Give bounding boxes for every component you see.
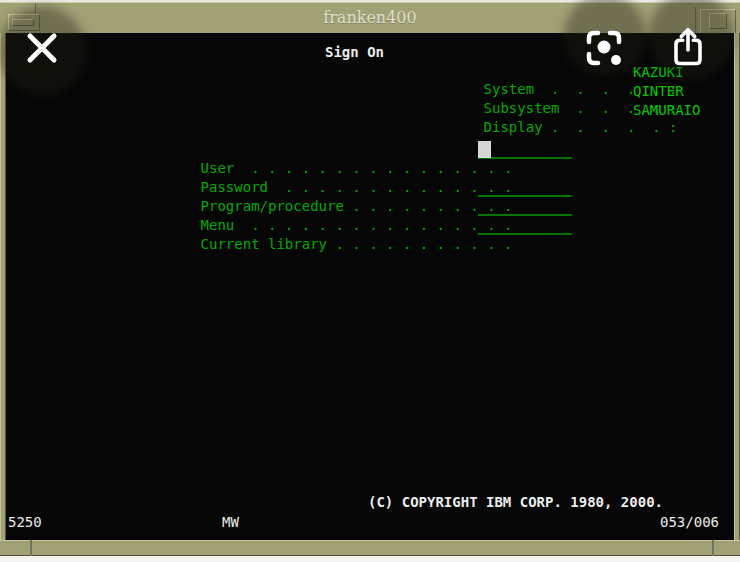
menu-row: Menu . . . . . . . . . . . . . . . . xyxy=(150,200,512,217)
statusbar-cursor-position: 053/006 xyxy=(660,514,719,531)
screenshot-root: franken400 Sign On System . . . . . : KA… xyxy=(0,0,740,562)
program-input-field[interactable] xyxy=(478,181,574,198)
password-input-field[interactable] xyxy=(478,162,574,179)
share-icon[interactable] xyxy=(670,26,706,72)
lens-search-icon[interactable] xyxy=(585,29,623,71)
window-border-right[interactable] xyxy=(734,33,740,540)
current-library-input-field[interactable] xyxy=(478,219,574,236)
display-dots: . . . . . : xyxy=(543,119,678,135)
display-label: Display xyxy=(484,119,543,135)
user-input-field[interactable] xyxy=(478,143,574,160)
current-library-label: Current library xyxy=(201,236,327,252)
window-border-bottom[interactable] xyxy=(0,540,740,556)
resize-notch-left xyxy=(30,540,32,556)
password-row: Password . . . . . . . . . . . . . . xyxy=(150,162,512,179)
subsystem-row: Subsystem . . . . : QINTER xyxy=(433,83,733,100)
statusbar-message-wait: MW xyxy=(222,514,239,531)
display-row: Display . . . . . : SAMURAIO xyxy=(433,102,733,119)
resize-notch-right xyxy=(712,540,714,556)
terminal-screen[interactable]: Sign On System . . . . . : KAZUKI Subsys… xyxy=(6,33,734,540)
program-row: Program/procedure . . . . . . . . . . xyxy=(150,181,512,198)
close-icon[interactable] xyxy=(23,29,61,71)
subsystem-value: QINTER xyxy=(633,83,684,100)
user-row: User . . . . . . . . . . . . . . . . xyxy=(150,143,512,160)
current-library-row: Current library . . . . . . . . . . . xyxy=(150,219,512,236)
menu-input-field[interactable] xyxy=(478,200,574,217)
statusbar-emulation-type: 5250 xyxy=(8,514,42,531)
copyright-text: (C) COPYRIGHT IBM CORP. 1980, 2000. xyxy=(368,494,663,511)
background-strip xyxy=(0,556,740,562)
display-value: SAMURAIO xyxy=(633,102,700,119)
text-cursor xyxy=(478,141,491,158)
screen-title: Sign On xyxy=(325,44,384,61)
current-library-dots: . . . . . . . . . . . xyxy=(327,236,512,252)
